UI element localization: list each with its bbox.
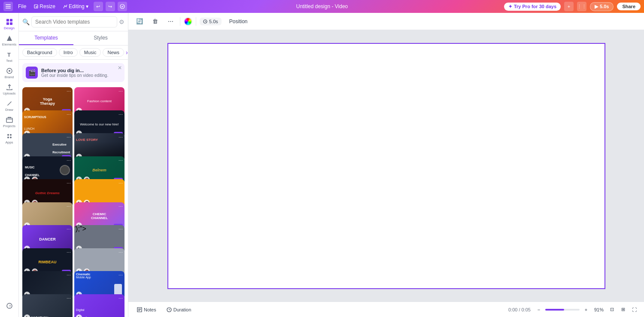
search-bar: 🔍 ⚙ <box>19 13 128 31</box>
sidebar-item-text[interactable]: T Text <box>2 49 17 64</box>
fullscreen-button[interactable]: ⛶ <box>629 305 639 314</box>
chip-intro[interactable]: Intro <box>59 48 78 57</box>
svg-text:T: T <box>7 52 11 58</box>
sidebar-item-uploads[interactable]: Uploads <box>2 82 17 97</box>
template-play-19[interactable]: ▶ <box>24 314 30 317</box>
sidebar-item-draw-label: Draw <box>5 108 13 112</box>
duration-badge[interactable]: 5.0s <box>200 18 222 25</box>
grid-view-button[interactable]: ⊞ <box>618 305 628 314</box>
sidebar-item-draw[interactable]: Draw <box>2 98 17 113</box>
sidebar-item-apps[interactable]: Apps <box>2 131 17 146</box>
svg-point-12 <box>9 70 10 72</box>
template-more-10[interactable]: ⋯ <box>118 181 123 186</box>
time-display: 0:00 / 0:05 <box>508 307 531 312</box>
sidebar-item-brand-label: Brand <box>5 75 14 79</box>
sidebar-item-design[interactable]: Design <box>2 16 17 32</box>
template-more-1[interactable]: ⋯ <box>67 89 71 94</box>
template-more-7[interactable]: ⋯ <box>67 158 71 163</box>
template-more-5[interactable]: ⋯ <box>67 135 71 140</box>
sidebar-item-text-label: Text <box>6 59 12 63</box>
zoom-track[interactable] <box>545 309 580 311</box>
template-more-2[interactable]: ⋯ <box>118 89 123 94</box>
template-more-17[interactable]: ⋯ <box>67 273 71 277</box>
delete-button[interactable]: 🗑 <box>149 15 161 27</box>
template-more-12[interactable]: ⋯ <box>118 204 123 209</box>
save-button[interactable] <box>118 2 127 11</box>
template-more-3[interactable]: ⋯ <box>67 112 71 117</box>
editing-menu[interactable]: Editing ▾ <box>61 3 91 10</box>
svg-rect-13 <box>6 118 12 122</box>
redo-button[interactable]: ↪ <box>106 2 115 11</box>
svg-point-14 <box>7 134 9 136</box>
zoom-fill <box>545 309 564 311</box>
sidebar-item-brand[interactable]: Brand <box>2 65 17 81</box>
zoom-out-button[interactable]: − <box>534 305 544 314</box>
toolbar-sep-1 <box>180 17 180 26</box>
sidebar-item-elements-label: Elements <box>2 43 16 46</box>
play-button[interactable]: ▶ 5.0s <box>590 2 614 11</box>
zoom-in-button[interactable]: + <box>581 305 591 314</box>
design-canvas[interactable] <box>167 43 605 289</box>
template-more-14[interactable]: ⋯ <box>118 227 123 232</box>
template-play-20[interactable]: ▶ <box>76 314 82 317</box>
svg-rect-8 <box>10 22 12 25</box>
sidebar-item-uploads-label: Uploads <box>3 91 15 95</box>
info-banner-title: Before you dig in... <box>41 68 108 73</box>
svg-point-15 <box>10 134 12 136</box>
template-more-18[interactable]: ⋯ <box>118 273 123 277</box>
template-more-6[interactable]: ⋯ <box>118 135 123 140</box>
svg-rect-0 <box>6 4 11 5</box>
pro-button[interactable]: ✦ Try Pro for 30 days <box>504 3 561 11</box>
info-banner-subtitle: Get our inside tips on video editing. <box>41 73 108 78</box>
sidebar-bottom: ? <box>2 298 17 314</box>
duration-button[interactable]: Duration <box>163 306 195 314</box>
color-picker[interactable] <box>184 17 192 26</box>
template-card-19[interactable]: THE MARATHON ⋯ ▶ <box>22 294 73 317</box>
more-options-button[interactable]: ⋯ <box>164 15 176 27</box>
toolbar-sep-2 <box>196 17 196 26</box>
template-more-4[interactable]: ⋯ <box>118 112 123 117</box>
share-button[interactable]: Share <box>617 3 641 10</box>
template-more-11[interactable]: ⋯ <box>67 204 71 209</box>
sidebar-item-projects-label: Projects <box>3 124 15 128</box>
filter-icon[interactable]: ⚙ <box>119 18 125 25</box>
info-banner-content: Before you dig in... Get our inside tips… <box>41 68 108 78</box>
grid-button[interactable]: ⋮⋮ <box>577 2 586 11</box>
info-banner-icon: 🎬 <box>26 67 38 79</box>
chip-music[interactable]: Music <box>79 48 101 57</box>
undo-button[interactable]: ↩ <box>94 2 103 11</box>
refresh-button[interactable]: 🔄 <box>134 15 146 27</box>
resize-menu[interactable]: Resize <box>31 3 58 10</box>
template-more-19[interactable]: ⋯ <box>67 296 71 301</box>
sidebar-item-elements[interactable]: Elements <box>2 33 17 48</box>
add-page-button[interactable]: + <box>564 2 574 11</box>
template-more-9[interactable]: ⋯ <box>67 181 71 186</box>
notes-button[interactable]: Notes <box>134 306 160 314</box>
template-more-16[interactable]: ⋯ <box>118 250 123 255</box>
main-layout: Design Elements T Text Brand Uploads Dra… <box>0 13 644 317</box>
template-card-20[interactable]: Digital Production ⋯ ▶ <box>74 294 125 317</box>
menu-button[interactable] <box>3 2 13 11</box>
template-more-13[interactable]: ⋯ <box>67 227 71 232</box>
tab-templates[interactable]: Templates <box>19 31 73 45</box>
file-menu[interactable]: File <box>15 3 29 10</box>
template-more-8[interactable]: ⋯ <box>118 158 123 163</box>
page-title: Untitled design - Video <box>296 3 348 9</box>
template-more-15[interactable]: ⋯ <box>67 250 71 255</box>
chip-news[interactable]: News <box>103 48 124 57</box>
sidebar-item-design-label: Design <box>4 26 15 30</box>
fit-view-button[interactable]: ⊡ <box>607 305 617 314</box>
search-input[interactable] <box>31 16 117 27</box>
sidebar-item-apps-label: Apps <box>5 140 13 144</box>
chip-background[interactable]: Background <box>22 48 57 57</box>
position-button[interactable]: Position <box>225 17 252 26</box>
tab-styles[interactable]: Styles <box>73 31 128 45</box>
info-banner-close-button[interactable]: ✕ <box>118 65 122 71</box>
canvas-area: 🔄 🗑 ⋯ 5.0s Position <box>128 13 644 317</box>
svg-rect-5 <box>6 19 9 21</box>
chips-more-button[interactable]: › <box>126 49 128 56</box>
sidebar-item-projects[interactable]: Projects <box>2 114 17 130</box>
sidebar-help-button[interactable]: ? <box>2 298 17 314</box>
title-area: Untitled design - Video <box>296 3 348 9</box>
template-more-20[interactable]: ⋯ <box>118 296 123 301</box>
